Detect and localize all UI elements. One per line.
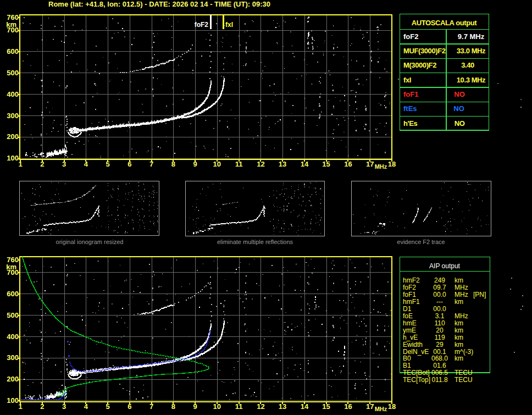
svg-text:100: 100: [7, 396, 19, 405]
svg-text:foF2: foF2: [195, 21, 209, 29]
svg-text:foF1: foF1: [403, 90, 418, 98]
svg-text:6: 6: [128, 402, 131, 411]
svg-text:fxI: fxI: [225, 21, 233, 29]
svg-text:17: 17: [366, 160, 374, 168]
svg-text:20: 20: [436, 327, 444, 334]
svg-text:B1: B1: [403, 362, 411, 369]
svg-text:14: 14: [301, 402, 309, 411]
svg-text:1: 1: [18, 160, 22, 168]
svg-text:17: 17: [366, 402, 374, 411]
svg-text:9: 9: [193, 160, 197, 168]
svg-text:13: 13: [279, 402, 286, 411]
svg-text:300: 300: [7, 353, 19, 362]
svg-text:NO: NO: [454, 90, 465, 98]
svg-text:TECU: TECU: [455, 369, 473, 377]
svg-text:eliminate multiple reflections: eliminate multiple reflections: [217, 239, 293, 245]
svg-text:MHz: MHz: [455, 284, 468, 291]
svg-text:6: 6: [128, 160, 131, 168]
svg-text:00.1: 00.1: [433, 348, 446, 356]
svg-text:068.0: 068.0: [431, 355, 448, 362]
svg-text:---: ---: [436, 298, 443, 306]
svg-text:foF2: foF2: [403, 284, 416, 291]
svg-text:3.1: 3.1: [435, 312, 445, 320]
svg-text:[PN]: [PN]: [473, 291, 486, 298]
svg-text:1: 1: [18, 402, 22, 411]
svg-text:MHz: MHz: [375, 406, 387, 412]
svg-text:foE: foE: [403, 312, 413, 320]
svg-text:7: 7: [149, 402, 153, 411]
svg-text:11: 11: [235, 402, 243, 411]
svg-text:3: 3: [62, 160, 66, 168]
svg-text:18: 18: [388, 160, 396, 168]
svg-text:14: 14: [301, 160, 309, 168]
svg-text:11: 11: [235, 160, 243, 168]
svg-text:00.0: 00.0: [433, 291, 446, 298]
svg-text:33.0 MHz: 33.0 MHz: [457, 47, 486, 55]
svg-text:600: 600: [7, 290, 19, 298]
svg-text:15: 15: [322, 160, 330, 168]
svg-text:10.3 MHz: 10.3 MHz: [457, 76, 486, 84]
svg-text:h_vE: h_vE: [403, 334, 418, 341]
svg-text:MHz: MHz: [455, 312, 468, 320]
svg-text:M(3000)F2: M(3000)F2: [403, 61, 436, 69]
svg-text:16: 16: [344, 160, 352, 168]
svg-text:4: 4: [84, 160, 88, 168]
svg-text:evidence F2 trace: evidence F2 trace: [397, 239, 445, 245]
svg-text:foF1: foF1: [403, 291, 416, 298]
svg-text:12: 12: [257, 402, 264, 411]
svg-text:006.5: 006.5: [431, 369, 448, 377]
svg-text:01.6: 01.6: [433, 362, 446, 369]
svg-text:400: 400: [7, 90, 19, 98]
svg-text:100: 100: [7, 154, 19, 162]
svg-text:MUF(3000)F2: MUF(3000)F2: [403, 47, 446, 55]
svg-text:TEC[Top]: TEC[Top]: [403, 376, 430, 384]
svg-text:5: 5: [106, 402, 109, 411]
svg-text:200: 200: [7, 132, 19, 141]
svg-text:km: km: [455, 327, 463, 334]
svg-text:2: 2: [40, 160, 44, 168]
svg-text:3: 3: [62, 402, 66, 411]
svg-text:10: 10: [213, 160, 221, 168]
svg-text:249: 249: [434, 276, 445, 284]
svg-text:15: 15: [322, 402, 330, 411]
svg-text:12: 12: [257, 160, 264, 168]
svg-text:00.0: 00.0: [433, 305, 446, 313]
svg-text:4: 4: [84, 402, 88, 411]
svg-text:DelN_vE: DelN_vE: [403, 348, 429, 356]
svg-text:110: 110: [434, 319, 445, 327]
svg-text:9.7 MHz: 9.7 MHz: [458, 32, 485, 41]
svg-text:18: 18: [388, 402, 396, 411]
svg-text:km: km: [455, 276, 463, 284]
svg-text:ftEs: ftEs: [403, 104, 417, 113]
svg-text:ymE: ymE: [403, 327, 416, 334]
svg-text:500: 500: [7, 69, 19, 77]
svg-text:200: 200: [7, 375, 19, 383]
svg-text:foF2: foF2: [403, 32, 418, 41]
svg-text:MHz: MHz: [375, 163, 387, 170]
svg-text:MHz: MHz: [455, 291, 468, 298]
svg-text:hmF2: hmF2: [403, 276, 420, 284]
svg-text:km: km: [455, 341, 463, 348]
svg-text:TEC[Bot]: TEC[Bot]: [403, 369, 430, 377]
svg-text:13: 13: [279, 160, 286, 168]
svg-text:B0: B0: [403, 355, 411, 362]
svg-text:AIP output: AIP output: [429, 262, 460, 270]
svg-text:5: 5: [106, 160, 109, 168]
svg-text:10: 10: [213, 402, 221, 411]
svg-text:km: km: [455, 334, 463, 341]
svg-text:hmF1: hmF1: [403, 298, 420, 306]
svg-text:119: 119: [434, 334, 445, 341]
svg-text:km: km: [455, 355, 463, 362]
svg-text:km: km: [455, 319, 463, 327]
svg-text:700: 700: [7, 268, 19, 276]
svg-text:km: km: [455, 298, 463, 306]
svg-text:hmE: hmE: [403, 319, 417, 327]
svg-text:m^(-3): m^(-3): [455, 348, 473, 356]
svg-text:8: 8: [171, 160, 175, 168]
svg-text:9: 9: [193, 402, 197, 411]
svg-text:2: 2: [40, 402, 44, 411]
svg-text:AUTOSCALA output: AUTOSCALA output: [412, 19, 478, 27]
svg-text:400: 400: [7, 333, 19, 341]
svg-text:TECU: TECU: [455, 376, 473, 384]
svg-text:500: 500: [7, 311, 19, 319]
